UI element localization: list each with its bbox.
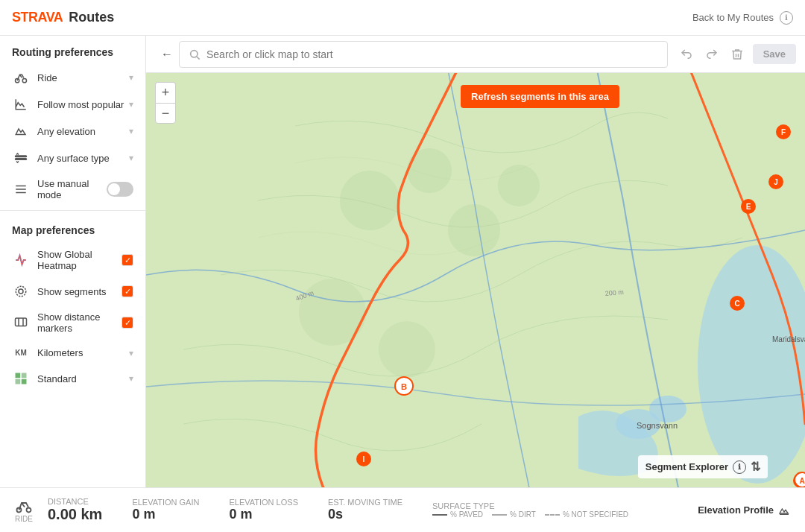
svg-point-11 xyxy=(191,50,198,57)
zoom-out-button[interactable]: − xyxy=(155,103,176,124)
sidebar-item-heatmap[interactable]: Show Global Heatmap ✓ xyxy=(0,242,145,278)
manual-icon xyxy=(12,183,30,196)
map-area: ← Save xyxy=(146,36,805,487)
help-icon[interactable]: ℹ xyxy=(780,11,793,25)
segments-checkbox[interactable]: ✓ xyxy=(121,285,133,297)
distance-value: 0.00 km xyxy=(48,506,102,523)
moving-time-value: 0s xyxy=(328,507,402,522)
svg-point-18 xyxy=(448,204,500,256)
markers-icon xyxy=(12,316,30,329)
distance-markers-check-icon: ✓ xyxy=(124,318,131,328)
elevation-gain-stat: Elevation Gain 0 m xyxy=(132,498,199,522)
sidebar-item-units[interactable]: KM Kilometers ▾ xyxy=(0,341,145,365)
undo-button[interactable] xyxy=(677,45,696,64)
svg-rect-9 xyxy=(16,379,21,384)
search-input[interactable] xyxy=(206,48,658,60)
delete-button[interactable] xyxy=(727,45,747,64)
bike-icon xyxy=(12,71,30,84)
elevation-loss-value: 0 m xyxy=(229,507,298,522)
segment-explorer-info-icon[interactable]: ℹ xyxy=(733,460,746,474)
sidebar-item-manual-mode[interactable]: Use manual mode xyxy=(0,171,145,207)
top-bar-right: Back to My Routes ℹ xyxy=(692,11,793,25)
segments-icon xyxy=(12,285,30,298)
ride-stat: Ride xyxy=(15,497,33,523)
follow-popular-chevron-icon: ▾ xyxy=(129,99,133,110)
svg-point-4 xyxy=(19,289,23,294)
top-bar: STRAVA Routes Back to My Routes ℹ xyxy=(0,0,805,36)
svg-rect-3 xyxy=(16,159,27,160)
distance-markers-label: Show distance markers xyxy=(37,311,121,334)
sidebar-item-distance-markers[interactable]: Show distance markers ✓ xyxy=(0,305,145,341)
units-label: Kilometers xyxy=(37,347,129,358)
svg-point-21 xyxy=(379,321,435,378)
map-background: H F J E C B I G C A S xyxy=(146,73,805,487)
strava-logo: STRAVA xyxy=(12,10,63,25)
elevation-profile-button[interactable]: Elevation Profile xyxy=(698,501,790,519)
svg-text:Maridalsvannet: Maridalsvannet xyxy=(772,335,805,343)
elevation-gain-label: Elevation Gain xyxy=(132,498,199,507)
heatmap-checkbox[interactable]: ✓ xyxy=(121,254,133,266)
surface-icon xyxy=(12,151,30,165)
dirt-dot xyxy=(492,514,507,516)
routing-preferences-title: Routing preferences xyxy=(0,36,145,64)
not-specified-legend: % NOT SPECIFIED xyxy=(545,510,628,519)
search-container xyxy=(179,41,668,68)
svg-point-5 xyxy=(16,286,26,297)
svg-text:I: I xyxy=(363,455,365,463)
redo-button[interactable] xyxy=(702,45,722,64)
svg-point-52 xyxy=(27,508,31,513)
svg-text:A: A xyxy=(799,477,804,485)
segment-explorer-label: Segment Explorer xyxy=(645,461,728,472)
manual-mode-toggle[interactable] xyxy=(107,182,133,197)
svg-rect-7 xyxy=(16,373,21,379)
search-row: ← Save xyxy=(146,36,805,73)
main-content: Routing preferences Ride ▾ Follow most p… xyxy=(0,36,805,487)
elevation-chevron-icon: ▾ xyxy=(129,126,133,136)
elevation-loss-stat: Elevation Loss 0 m xyxy=(229,498,298,522)
sidebar-item-follow-popular[interactable]: Follow most popular ▾ xyxy=(0,91,145,118)
sidebar: Routing preferences Ride ▾ Follow most p… xyxy=(0,36,146,487)
map-container[interactable]: H F J E C B I G C A S xyxy=(146,73,805,487)
zoom-in-button[interactable]: + xyxy=(155,82,176,103)
back-to-my-routes-link[interactable]: Back to My Routes xyxy=(692,12,774,23)
not-specified-label: % NOT SPECIFIED xyxy=(563,510,628,519)
sidebar-item-ride[interactable]: Ride ▾ xyxy=(0,64,145,91)
map-preferences-title: Map preferences xyxy=(0,214,145,242)
elevation-loss-label: Elevation Loss xyxy=(229,498,298,507)
ride-bike-icon xyxy=(15,497,33,515)
elevation-profile-label: Elevation Profile xyxy=(698,504,774,516)
standard-map-icon xyxy=(12,372,30,385)
ride-label: Ride xyxy=(15,515,33,523)
search-icon xyxy=(189,48,201,60)
follow-popular-label: Follow most popular xyxy=(37,99,129,110)
adjust-icon: ⇅ xyxy=(751,460,760,474)
svg-point-20 xyxy=(299,279,366,346)
paved-dot xyxy=(432,514,447,516)
heatmap-label: Show Global Heatmap xyxy=(37,249,121,271)
surface-type-label: Any surface type xyxy=(37,153,129,164)
elevation-label: Any elevation xyxy=(37,126,129,137)
sidebar-item-elevation[interactable]: Any elevation ▾ xyxy=(0,118,145,145)
paved-legend: % PAVED xyxy=(432,510,483,519)
back-arrow-icon[interactable]: ← xyxy=(158,45,176,64)
elevation-gain-value: 0 m xyxy=(132,507,199,522)
surface-type-label: Surface Type xyxy=(432,501,628,510)
sidebar-item-segments[interactable]: Show segments ✓ xyxy=(0,278,145,305)
sidebar-item-surface-type[interactable]: Any surface type ▾ xyxy=(0,145,145,171)
svg-text:C: C xyxy=(734,300,739,308)
ride-chevron-icon: ▾ xyxy=(129,72,133,83)
segment-explorer-panel[interactable]: Segment Explorer ℹ ⇅ xyxy=(638,455,768,478)
search-back-area: ← xyxy=(155,45,179,64)
heatmap-icon xyxy=(12,253,30,267)
save-button[interactable]: Save xyxy=(753,44,796,64)
refresh-segments-button[interactable]: Refresh segments in this area xyxy=(461,85,619,108)
distance-markers-checkbox[interactable]: ✓ xyxy=(121,317,133,329)
surface-type-stat: Surface Type % PAVED % DIRT % NOT SPECIF… xyxy=(432,501,628,519)
distance-label: Distance xyxy=(48,497,102,506)
svg-text:Sognsvann: Sognsvann xyxy=(637,421,678,430)
elevation-profile-icon xyxy=(778,504,790,516)
sidebar-item-map-style[interactable]: Standard ▾ xyxy=(0,365,145,392)
ride-label: Ride xyxy=(37,72,129,83)
svg-point-15 xyxy=(649,396,686,422)
svg-text:J: J xyxy=(774,178,778,186)
